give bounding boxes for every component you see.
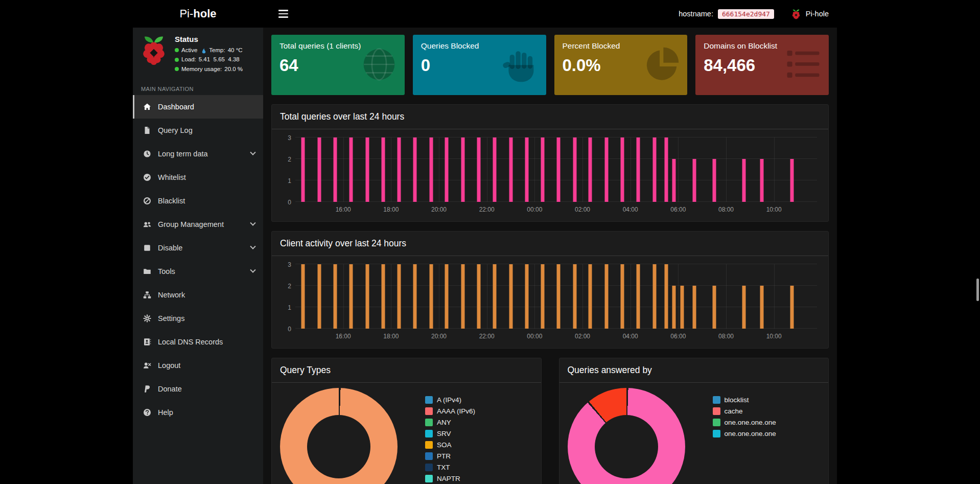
stats-row: Total queries (1 clients)64Queries Block… — [271, 35, 829, 95]
home-icon — [143, 103, 151, 111]
sidebar-item-help[interactable]: Help — [133, 401, 263, 424]
legend-item-ptr[interactable]: PTR — [425, 450, 475, 462]
sidebar-item-disable[interactable]: Disable — [133, 236, 263, 260]
bar — [493, 137, 497, 202]
gears-icon — [143, 314, 151, 322]
x-axis-label: 22:00 — [479, 333, 495, 340]
legend-item-srv[interactable]: SRV — [425, 428, 475, 439]
legend-swatch — [713, 407, 720, 415]
sidebar-item-settings[interactable]: Settings — [133, 307, 263, 330]
bar — [397, 137, 401, 202]
brand-link[interactable]: Pi-hole — [133, 7, 263, 20]
x-axis-label: 18:00 — [383, 333, 399, 340]
legend-item-one-one-one-one[interactable]: one.one.one.one — [713, 417, 776, 428]
bar — [672, 159, 676, 202]
body-row: Status Active Temp: 40 °C Lo — [133, 28, 837, 484]
legend-item-naptr[interactable]: NAPTR — [425, 473, 475, 484]
pihole-admin-window: Pi-hole hostname: 666154e2d947 Pi-ho — [133, 0, 837, 484]
queries-answered-body: blocklistcacheone.one.one.oneone.one.one… — [559, 383, 829, 484]
gridline — [726, 264, 727, 329]
status-ok-icon — [175, 48, 179, 52]
bar — [429, 137, 433, 202]
x-axis-label: 10:00 — [766, 206, 782, 213]
paypal-icon — [143, 385, 151, 393]
sidebar-item-tools[interactable]: Tools — [133, 260, 263, 283]
scrollbar[interactable] — [976, 279, 979, 301]
brand-bold: hole — [193, 7, 216, 20]
sidebar-item-long-term-data[interactable]: Long term data — [133, 142, 263, 166]
legend-swatch — [425, 407, 433, 415]
x-axis-label: 20:00 — [431, 206, 447, 213]
gridline — [343, 264, 344, 329]
legend-item-cache[interactable]: cache — [713, 405, 776, 417]
sidebar-item-donate[interactable]: Donate — [133, 377, 263, 401]
sidebar-item-dashboard[interactable]: Dashboard — [133, 95, 263, 119]
hand-icon — [502, 46, 539, 83]
bar — [349, 137, 353, 202]
bar — [604, 264, 608, 329]
legend-item-blocklist[interactable]: blocklist — [713, 394, 776, 405]
sidebar-item-label: Help — [158, 408, 173, 417]
gridline — [439, 264, 439, 329]
address-book-icon — [143, 338, 151, 346]
bar — [477, 264, 481, 329]
bar — [317, 264, 321, 329]
temperature-icon — [201, 47, 206, 54]
bar — [429, 264, 433, 329]
legend-swatch — [425, 452, 433, 460]
x-axis-label: 02:00 — [575, 206, 590, 213]
hamburger-bar — [278, 16, 288, 18]
bar — [461, 264, 464, 329]
sidebar-item-label: Tools — [158, 267, 175, 275]
x-axis-label: 00:00 — [527, 333, 542, 340]
bar — [573, 137, 576, 202]
bar — [664, 137, 668, 202]
queries-answered-legend: blocklistcacheone.one.one.oneone.one.one… — [713, 394, 776, 439]
sidebar-item-local-dns-records[interactable]: Local DNS Records — [133, 330, 263, 354]
x-axis-label: 16:00 — [336, 206, 351, 213]
bottom-grid: Query Types A (IPv4)AAAA (IPv6)ANYSRVSOA… — [271, 358, 829, 484]
legend-item-soa[interactable]: SOA — [425, 439, 475, 450]
memory-label: Memory usage: — [181, 64, 222, 74]
bar — [541, 264, 544, 329]
legend-label: A (IPv4) — [437, 396, 461, 404]
sidebar-item-group-management[interactable]: Group Management — [133, 213, 263, 236]
sidebar-item-logout[interactable]: Logout — [133, 354, 263, 377]
bar — [334, 264, 337, 329]
bar — [349, 264, 353, 329]
legend-swatch — [425, 464, 433, 471]
sidebar-toggle-button[interactable] — [275, 7, 291, 21]
sidebar-item-whitelist[interactable]: Whitelist — [133, 166, 263, 189]
bar — [334, 137, 337, 202]
legend-item-txt[interactable]: TXT — [425, 462, 475, 473]
bar — [742, 286, 746, 329]
gridline — [295, 201, 817, 202]
bar — [413, 137, 417, 202]
network-icon — [143, 291, 151, 299]
check-circle-icon — [143, 173, 151, 181]
panel-query-types: Query Types A (IPv4)AAAA (IPv6)ANYSRVSOA… — [271, 358, 542, 484]
legend-item-aaaa-ipv6[interactable]: AAAA (IPv6) — [425, 405, 475, 417]
bar — [712, 286, 716, 329]
question-icon — [143, 408, 151, 417]
bar — [397, 264, 401, 329]
stat-card-total-queries-1-clients: Total queries (1 clients)64 — [271, 35, 405, 95]
y-axis-label: 0 — [279, 326, 291, 333]
gridline — [631, 137, 631, 202]
legend-item-any[interactable]: ANY — [425, 417, 475, 428]
bar — [637, 137, 640, 202]
sidebar-item-network[interactable]: Network — [133, 283, 263, 307]
sidebar-item-blacklist[interactable]: Blacklist — [133, 189, 263, 213]
gridline — [343, 137, 344, 202]
clock-icon — [143, 150, 151, 158]
hamburger-bar — [278, 10, 288, 11]
legend-item-a-ipv4[interactable]: A (IPv4) — [425, 394, 475, 405]
ban-icon — [143, 197, 151, 205]
legend-item-one-one-one-one[interactable]: one.one.one.one — [713, 428, 776, 439]
sidebar-item-query-log[interactable]: Query Log — [133, 119, 263, 142]
sidebar-item-label: Long term data — [158, 150, 208, 158]
legend-label: SOA — [437, 441, 452, 449]
status-ok-icon — [175, 67, 179, 71]
legend-swatch — [713, 419, 720, 426]
bar — [692, 286, 696, 329]
